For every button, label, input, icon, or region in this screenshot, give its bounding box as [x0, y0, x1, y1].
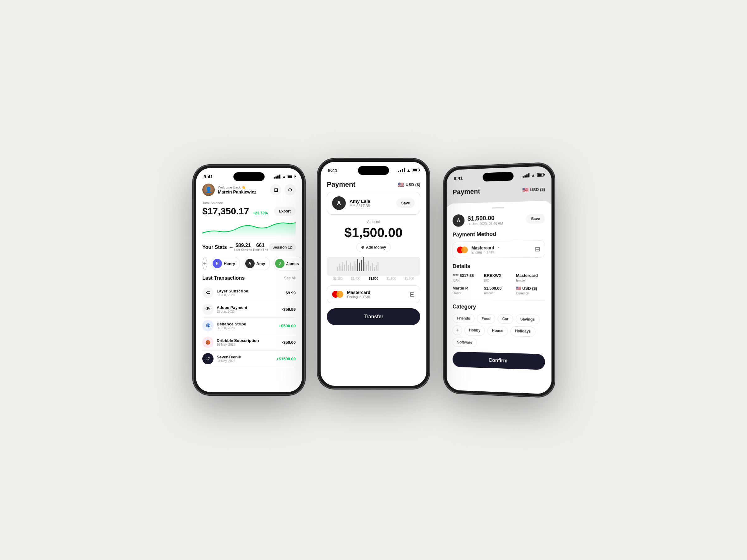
contacts-row: + H Henry A Amy J James — [202, 257, 296, 270]
export-button[interactable]: Export — [274, 207, 296, 216]
amount-detail: $1,500.00 Amount — [484, 286, 512, 295]
category-software[interactable]: Software — [453, 338, 477, 347]
us-flag-icon: 🇺🇸 — [398, 182, 404, 188]
session-badge: Session 12 — [268, 243, 296, 251]
confirm-button[interactable]: Confirm — [453, 351, 545, 370]
tx-name: Adobe Payment — [216, 305, 247, 310]
save-button[interactable]: Save — [396, 198, 415, 208]
recipient-info: A Amy Lala **** 8317 38 — [332, 196, 370, 210]
trades-label: Trades Left — [252, 248, 268, 252]
bic-value: BREXWX — [484, 273, 512, 278]
last-session-label: Last Session — [234, 248, 252, 252]
amount-label: Amount — [327, 220, 420, 224]
table-row: 🏷Layer Subscribe31 Jun, 2023 -$9.99 — [202, 285, 296, 301]
category-car[interactable]: Car — [498, 314, 513, 324]
settings-button[interactable]: ⚙ — [284, 184, 296, 195]
category-holidays[interactable]: Holidays — [511, 326, 536, 337]
amount-value: $1,500.00 — [327, 225, 420, 240]
stats-section: Your Stats → $89.21 Last Session 661 Tra… — [202, 243, 296, 252]
status-time-2: 9:41 — [328, 168, 337, 173]
flag-icon-small: 🇺🇸 — [516, 286, 521, 291]
header-icons: ⊞ ⚙ — [270, 184, 296, 195]
slider-label-active: $1,500 — [369, 277, 379, 280]
wifi-icon-2: ▲ — [407, 168, 411, 173]
status-time-3: 9:41 — [454, 175, 463, 181]
contact-amy[interactable]: A Amy — [244, 257, 270, 270]
details-section-title: Details — [453, 263, 545, 270]
see-all-link[interactable]: See All — [284, 276, 296, 280]
balance-chart — [202, 219, 296, 238]
detail-date: 30 Jun, 2023, 07:46 AM — [467, 221, 503, 225]
iban-detail: **** 8317 38 IBAN — [453, 273, 480, 282]
detail-method-card[interactable]: Mastercard → Ending in 1738 ⊟ — [453, 240, 545, 258]
battery-icon-2 — [412, 169, 419, 172]
tx-icon-dribbble: 🏀 — [202, 337, 213, 348]
detail-scan-icon[interactable]: ⊟ — [535, 245, 540, 253]
scan-icon[interactable]: ⊟ — [410, 291, 415, 298]
tx-amount: -$59.99 — [282, 307, 296, 312]
emitter-value: Mastercard — [516, 273, 545, 278]
add-money-button[interactable]: ⊕ Add Money — [356, 243, 391, 252]
trades-value: 661 — [252, 243, 268, 248]
amount-section: Amount $1,500.00 ⊕ Add Money — [320, 220, 427, 257]
category-savings[interactable]: Savings — [516, 315, 540, 324]
balance-amount-wrapper: $17,350.17 +23.73% — [202, 206, 268, 216]
tx-amount: -$50.00 — [282, 340, 296, 345]
sheet-handle — [492, 207, 504, 209]
battery-icon — [288, 175, 294, 178]
add-category-button[interactable]: + — [453, 325, 462, 335]
qr-scan-button[interactable]: ⊞ — [270, 184, 281, 195]
method-name: Mastercard — [347, 290, 370, 295]
detail-save-button[interactable]: Save — [526, 214, 545, 224]
add-money-label: Add Money — [366, 245, 386, 249]
category-hobby[interactable]: Hobby — [464, 325, 485, 336]
contact-name-amy: Amy — [256, 261, 265, 266]
category-friends[interactable]: Friends — [453, 314, 475, 323]
payment-method-card[interactable]: Mastercard Ending in 1738 ⊟ — [327, 285, 420, 303]
details-grid: **** 8317 38 IBAN BREXWX BIC Mastercard … — [453, 273, 545, 295]
contact-name-james: James — [286, 261, 299, 266]
detail-amount: $1,500.00 — [467, 214, 503, 222]
add-contact-button[interactable]: + — [202, 257, 207, 270]
category-house[interactable]: House — [487, 326, 508, 336]
tx-date: 16 May, 2023 — [216, 343, 259, 346]
detail-title: Payment — [453, 187, 480, 196]
bic-detail: BREXWX BIC — [484, 273, 512, 282]
user-info: 👤 Welcome Back 👋 Marcin Pankiewicz — [202, 184, 256, 196]
iban-value: **** 8317 38 — [453, 273, 480, 278]
transactions-header: Last Transactions See All — [202, 275, 296, 281]
tx-amount: +$500.00 — [279, 324, 296, 328]
contact-name-henry: Henry — [224, 261, 235, 266]
tx-name: Dribbble Subscription — [216, 338, 259, 343]
status-icons-1: ▲ — [274, 174, 294, 179]
method-info: Mastercard Ending in 1738 — [332, 290, 370, 299]
category-food[interactable]: Food — [477, 314, 495, 324]
contact-avatar-henry: H — [212, 259, 222, 268]
welcome-text: Welcome Back 👋 — [218, 185, 256, 189]
bic-label: BIC — [484, 279, 512, 282]
status-time-1: 9:41 — [204, 174, 213, 179]
phone-payment: 9:41 ▲ Payment 🇺🇸 USD ($) — [317, 159, 430, 389]
detail-method-info: Mastercard → Ending in 1738 — [457, 245, 499, 254]
detail-method-name: Mastercard — [471, 245, 494, 250]
detail-recipient-avatar: A — [453, 214, 464, 227]
tx-date: 03 May, 2023 — [216, 359, 240, 363]
slider-labels: $1,300 $1,400 $1,500 $1,600 $1,700 — [327, 277, 420, 280]
transfer-button[interactable]: Transfer — [327, 308, 420, 325]
dynamic-island-3 — [483, 172, 514, 182]
payment-title: Payment — [327, 181, 356, 189]
avatar: 👤 — [202, 184, 215, 196]
trades-stat: 661 Trades Left — [252, 243, 268, 252]
currency-detail-label: Currency — [516, 292, 545, 295]
amount-slider[interactable]: $1,300 $1,400 $1,500 $1,600 $1,700 — [320, 257, 427, 285]
tx-name: SevenTeen® — [216, 355, 240, 359]
currency-badge: 🇺🇸 USD ($) — [398, 182, 420, 188]
contact-james[interactable]: J James — [274, 257, 302, 270]
tx-name: Layer Subscribe — [216, 289, 248, 293]
recipient-id: **** 8317 38 — [350, 204, 370, 208]
currency-badge-3: 🇺🇸 USD ($) — [522, 186, 545, 193]
slider-label: $1,400 — [351, 277, 360, 280]
contact-henry[interactable]: H Henry — [211, 257, 240, 270]
tx-icon-seventeen: 17 — [202, 353, 213, 364]
us-flag-icon-3: 🇺🇸 — [522, 187, 529, 193]
